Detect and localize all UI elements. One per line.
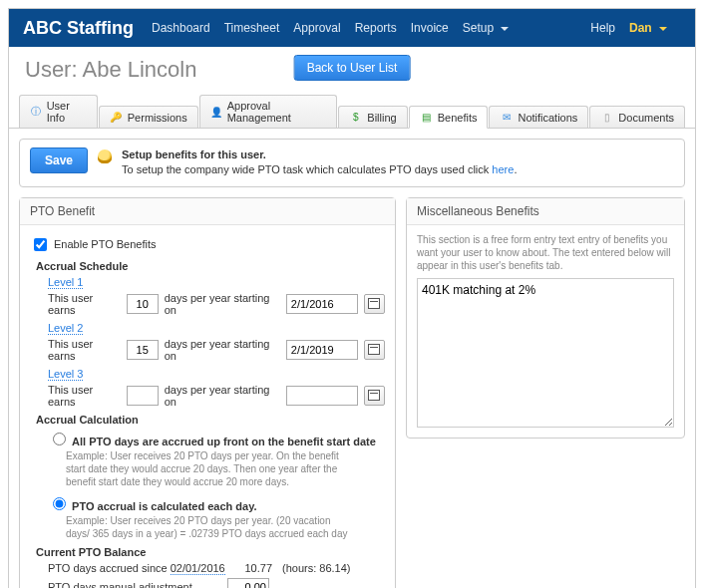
manual-adj-input[interactable] — [227, 578, 269, 588]
accrual-upfront-label: All PTO days are accrued up front on the… — [72, 436, 376, 447]
notice-line2b: . — [514, 163, 517, 175]
calendar-button[interactable] — [364, 294, 385, 314]
misc-panel-title: Miscellaneous Benefits — [407, 198, 684, 225]
calendar-icon — [368, 298, 380, 309]
accrual-upfront-subtext: Example: User receives 20 PTO days per y… — [66, 449, 355, 488]
tab-billing[interactable]: $ Billing — [338, 106, 407, 128]
nav-setup[interactable]: Setup — [463, 21, 510, 35]
accrual-upfront-radio[interactable] — [53, 433, 66, 445]
tab-documents[interactable]: ▯ Documents — [589, 106, 685, 128]
nav-setup-label: Setup — [463, 21, 494, 35]
page-header: User: Abe Lincoln Back to User List — [9, 47, 695, 87]
nav-approval[interactable]: Approval — [293, 21, 340, 35]
document-icon: ▯ — [600, 111, 613, 124]
misc-benefits-textarea[interactable] — [417, 278, 674, 428]
tab-label: Billing — [367, 112, 396, 124]
navbar: ABC Staffing Dashboard Timesheet Approva… — [9, 9, 695, 47]
level3-link[interactable]: Level 3 — [48, 368, 83, 381]
app-frame: ABC Staffing Dashboard Timesheet Approva… — [8, 8, 696, 588]
pto-benefit-panel: PTO Benefit Enable PTO Benefits Accrual … — [19, 197, 396, 588]
level2-days-input[interactable] — [127, 340, 159, 360]
tab-notifications[interactable]: ✉ Notifications — [489, 106, 588, 128]
earns-mid: days per year starting on — [165, 292, 280, 316]
accrual-daily-label: PTO accrual is calculated each day. — [72, 500, 256, 512]
accrual-daily-radio[interactable] — [53, 497, 66, 510]
accrued-prefix: PTO days accrued since — [48, 562, 171, 574]
lightbulb-icon — [98, 149, 112, 163]
tab-label: Documents — [618, 112, 674, 124]
envelope-icon: ✉ — [500, 111, 513, 124]
nav-dashboard[interactable]: Dashboard — [152, 21, 210, 35]
list-icon: ▤ — [420, 111, 433, 124]
tab-label: Permissions — [128, 112, 187, 124]
page-title-username: Abe Lincoln — [82, 57, 196, 82]
level3-days-input[interactable] — [127, 386, 159, 406]
earns-prefix: This user earns — [48, 292, 121, 316]
user-icon: 👤 — [210, 106, 222, 119]
tab-label: Notifications — [518, 112, 577, 124]
current-balance-label: Current PTO Balance — [36, 546, 385, 558]
misc-help-text: This section is a free form entry text e… — [417, 233, 674, 272]
enable-pto-label: Enable PTO Benefits — [54, 238, 157, 250]
notice-line2a: To setup the company wide PTO task which… — [122, 163, 492, 175]
notice-line1: Setup benefits for this user. — [122, 148, 266, 160]
accrued-value: 10.77 — [227, 562, 272, 574]
nav-timesheet[interactable]: Timesheet — [224, 21, 280, 35]
calendar-button[interactable] — [364, 340, 385, 360]
accrual-daily-subtext: Example: User receives 20 PTO days per y… — [66, 514, 355, 540]
notice-text: Setup benefits for this user. To setup t… — [122, 147, 517, 178]
page-title-prefix: User: — [25, 57, 78, 82]
setup-notice: Save Setup benefits for this user. To se… — [19, 139, 685, 187]
chevron-down-icon — [501, 27, 509, 31]
enable-pto-checkbox[interactable] — [34, 238, 47, 251]
misc-benefits-panel: Miscellaneous Benefits This section is a… — [406, 197, 685, 439]
tab-benefits[interactable]: ▤ Benefits — [409, 106, 489, 129]
here-link[interactable]: here — [492, 163, 514, 175]
nav-user-label: Dan — [629, 21, 652, 35]
nav-help[interactable]: Help — [590, 21, 615, 35]
level2-link[interactable]: Level 2 — [48, 322, 83, 335]
brand: ABC Staffing — [23, 18, 134, 39]
manual-adj-label: PTO days manual adjustment — [48, 581, 227, 588]
tab-label: Approval Management — [227, 100, 327, 124]
page-title: User: Abe Lincoln — [25, 57, 196, 83]
calendar-button[interactable] — [364, 386, 385, 406]
earns-mid: days per year starting on — [165, 338, 280, 362]
key-icon: 🔑 — [110, 111, 123, 124]
save-button[interactable]: Save — [30, 147, 88, 173]
chevron-down-icon — [659, 27, 667, 31]
accrual-schedule-label: Accrual Schedule — [36, 260, 385, 272]
nav-invoice[interactable]: Invoice — [411, 21, 449, 35]
dollar-icon: $ — [349, 111, 362, 124]
accrued-hours: (hours: 86.14) — [282, 562, 350, 574]
nav-reports[interactable]: Reports — [355, 21, 397, 35]
info-icon: ⓘ — [30, 106, 42, 119]
earns-prefix: This user earns — [48, 338, 121, 362]
tab-permissions[interactable]: 🔑 Permissions — [99, 106, 198, 128]
calendar-icon — [368, 390, 380, 401]
tabs: ⓘ User Info 🔑 Permissions 👤 Approval Man… — [9, 87, 695, 129]
earns-prefix: This user earns — [48, 384, 121, 408]
pto-panel-title: PTO Benefit — [20, 198, 395, 225]
earns-mid: days per year starting on — [165, 384, 280, 408]
level3-date-input[interactable] — [286, 386, 358, 406]
tab-label: User Info — [47, 100, 87, 124]
tab-content: Save Setup benefits for this user. To se… — [9, 129, 695, 588]
tab-approval-management[interactable]: 👤 Approval Management — [199, 95, 338, 128]
calendar-icon — [368, 344, 380, 355]
accrued-since-date[interactable]: 02/01/2016 — [171, 562, 225, 575]
level1-days-input[interactable] — [127, 294, 159, 314]
level1-link[interactable]: Level 1 — [48, 276, 83, 289]
tab-label: Benefits — [438, 112, 478, 124]
back-to-user-list-button[interactable]: Back to User List — [294, 55, 411, 81]
accrued-since-label: PTO days accrued since 02/01/2016 — [48, 562, 227, 574]
nav-user-menu[interactable]: Dan — [629, 21, 667, 35]
level1-date-input[interactable] — [286, 294, 358, 314]
level2-date-input[interactable] — [286, 340, 358, 360]
accrual-calc-label: Accrual Calculation — [36, 414, 385, 426]
tab-user-info[interactable]: ⓘ User Info — [19, 95, 98, 128]
